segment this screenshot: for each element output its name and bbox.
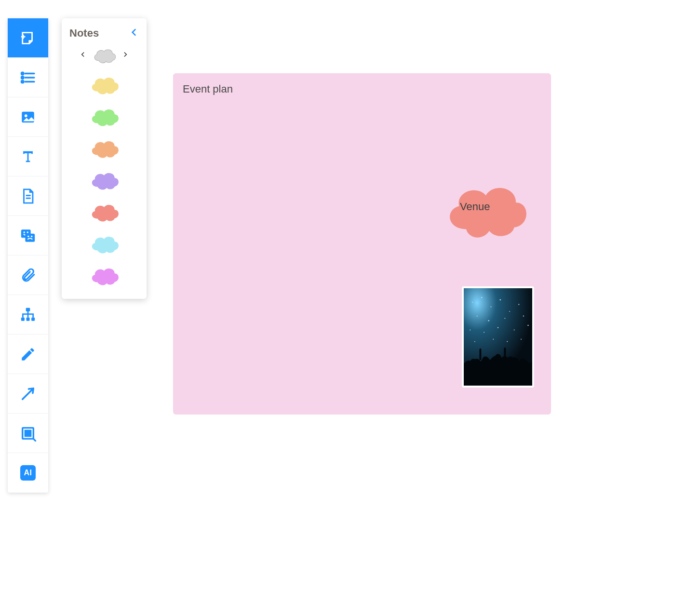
svg-point-17 xyxy=(31,235,32,237)
color-swatch-list xyxy=(69,73,139,287)
svg-point-13 xyxy=(24,231,25,233)
svg-point-41 xyxy=(474,341,475,342)
tool-attachment[interactable] xyxy=(8,255,48,295)
svg-point-36 xyxy=(484,332,484,333)
svg-point-33 xyxy=(504,318,505,319)
tool-pencil[interactable] xyxy=(8,335,48,374)
swatch-purple[interactable] xyxy=(88,169,121,192)
image-icon xyxy=(20,109,36,125)
shape-preview-cloud xyxy=(91,46,117,65)
chevron-right-icon xyxy=(122,51,129,58)
swatch-orange[interactable] xyxy=(88,137,121,160)
tool-document[interactable] xyxy=(8,176,48,216)
add-note-icon xyxy=(20,30,36,46)
svg-point-29 xyxy=(509,311,510,312)
notes-panel-title: Notes xyxy=(69,27,99,40)
svg-point-43 xyxy=(521,339,522,340)
tool-sitemap[interactable] xyxy=(8,295,48,335)
board-cloud-shape[interactable] xyxy=(440,175,528,243)
svg-point-7 xyxy=(22,80,24,82)
notes-panel: Notes xyxy=(62,18,147,299)
tool-arrow[interactable] xyxy=(8,374,48,414)
svg-rect-23 xyxy=(25,430,30,436)
svg-point-5 xyxy=(22,72,24,74)
tool-ai[interactable]: AI xyxy=(8,453,48,493)
svg-rect-21 xyxy=(31,317,35,321)
collapse-panel-button[interactable] xyxy=(129,27,139,39)
shape-switcher xyxy=(69,46,139,65)
tool-add-note[interactable] xyxy=(8,18,48,58)
svg-point-47 xyxy=(507,356,513,363)
tool-emoji[interactable] xyxy=(8,216,48,255)
svg-point-39 xyxy=(527,325,529,326)
svg-point-31 xyxy=(477,316,478,317)
svg-point-32 xyxy=(488,320,490,321)
prev-shape-button[interactable] xyxy=(80,51,86,60)
svg-point-46 xyxy=(495,354,501,362)
svg-point-40 xyxy=(493,339,494,340)
document-icon xyxy=(20,188,36,204)
svg-point-27 xyxy=(491,307,492,308)
svg-point-9 xyxy=(25,114,27,117)
emoji-icon xyxy=(20,228,36,244)
vertical-toolbar: AI xyxy=(8,18,48,493)
text-icon xyxy=(20,148,36,165)
paperclip-icon xyxy=(20,267,36,283)
svg-point-6 xyxy=(22,76,24,78)
svg-point-14 xyxy=(27,231,28,233)
svg-point-42 xyxy=(507,341,508,342)
board-note-title: Event plan xyxy=(183,83,233,95)
board-image[interactable] xyxy=(462,286,534,388)
svg-point-30 xyxy=(518,304,519,305)
svg-rect-50 xyxy=(504,348,506,360)
tool-frame[interactable] xyxy=(8,414,48,453)
svg-point-37 xyxy=(497,327,498,328)
svg-point-25 xyxy=(472,302,473,303)
swatch-yellow[interactable] xyxy=(88,73,121,96)
svg-rect-20 xyxy=(26,317,29,321)
svg-point-28 xyxy=(499,299,501,301)
tool-list[interactable] xyxy=(8,58,48,97)
svg-point-38 xyxy=(514,330,515,331)
svg-point-35 xyxy=(470,330,470,331)
svg-rect-49 xyxy=(480,348,482,360)
svg-point-48 xyxy=(519,359,525,366)
svg-point-44 xyxy=(470,359,476,366)
svg-point-26 xyxy=(481,297,482,298)
swatch-pink[interactable] xyxy=(88,264,121,287)
chevron-left-icon xyxy=(80,51,86,58)
sitemap-icon xyxy=(20,307,36,323)
swatch-green[interactable] xyxy=(88,105,121,128)
tool-text[interactable] xyxy=(8,137,48,176)
frame-icon xyxy=(20,425,36,442)
swatch-coral[interactable] xyxy=(88,201,121,224)
swatch-cyan[interactable] xyxy=(88,232,121,255)
svg-point-45 xyxy=(482,356,488,363)
tool-image[interactable] xyxy=(8,97,48,137)
chevron-left-icon xyxy=(129,27,139,37)
svg-rect-18 xyxy=(26,308,30,311)
concert-crowd-icon xyxy=(464,288,532,386)
svg-rect-15 xyxy=(25,233,35,241)
svg-point-34 xyxy=(523,316,524,317)
svg-rect-19 xyxy=(21,317,25,321)
next-shape-button[interactable] xyxy=(122,51,129,60)
ai-icon: AI xyxy=(20,465,36,481)
list-icon xyxy=(20,69,36,86)
svg-point-16 xyxy=(27,235,29,237)
arrow-icon xyxy=(20,386,36,402)
pencil-icon xyxy=(20,346,36,362)
